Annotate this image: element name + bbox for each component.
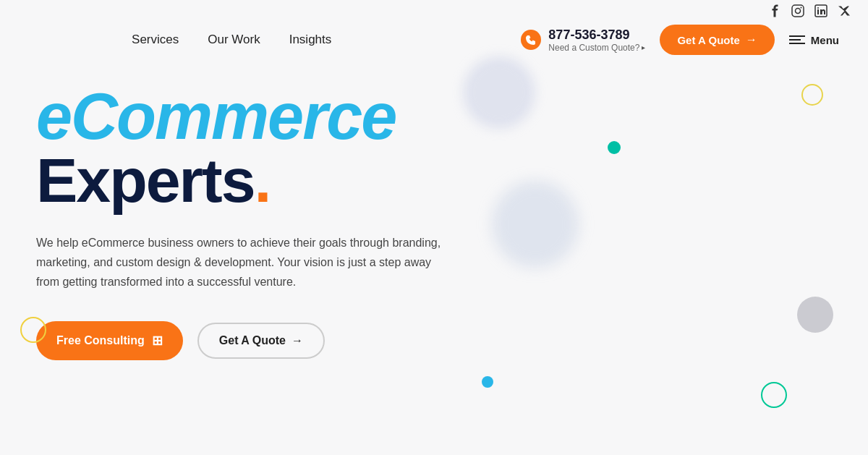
nav-links: Services Our Work Insights <box>0 33 521 47</box>
title-dot: . <box>255 145 271 215</box>
hero-buttons: Free Consulting ⊞ Get A Quote → <box>36 321 832 360</box>
top-bar <box>0 0 868 17</box>
get-quote-button[interactable]: Get A Quote → <box>660 25 774 55</box>
get-a-quote-outline-button[interactable]: Get A Quote → <box>197 323 325 359</box>
deco-blue-dot <box>482 376 493 388</box>
consulting-icon: ⊞ <box>152 333 163 349</box>
hero-section: eCommerce Experts. We help eCommerce bus… <box>0 62 868 360</box>
nav-services[interactable]: Services <box>132 33 179 47</box>
outline-arrow-icon: → <box>292 334 303 347</box>
phone-icon <box>521 30 541 50</box>
svg-point-1 <box>796 9 801 14</box>
arrow-icon: → <box>746 33 757 46</box>
get-quote-label: Get A Quote <box>677 34 739 46</box>
linkedin-icon[interactable] <box>814 4 827 17</box>
menu-button[interactable]: Menu <box>789 34 839 46</box>
facebook-icon[interactable] <box>768 4 781 17</box>
hero-title-dark: Experts. <box>36 149 832 211</box>
phone-info: 877-536-3789 Need a Custom Quote? <box>548 27 645 53</box>
hero-title-blue: eCommerce <box>36 84 832 149</box>
svg-rect-0 <box>792 5 804 17</box>
phone-section: 877-536-3789 Need a Custom Quote? <box>521 27 645 53</box>
twitter-x-icon[interactable] <box>838 4 851 17</box>
hero-description: We help eCommerce business owners to ach… <box>36 233 441 292</box>
svg-point-2 <box>801 7 802 9</box>
nav-insights[interactable]: Insights <box>289 33 332 47</box>
free-consulting-button[interactable]: Free Consulting ⊞ <box>36 321 183 360</box>
instagram-icon[interactable] <box>791 4 804 17</box>
get-a-quote-outline-label: Get A Quote <box>219 334 286 347</box>
nav-our-work[interactable]: Our Work <box>208 33 260 47</box>
menu-label: Menu <box>811 34 839 46</box>
phone-number[interactable]: 877-536-3789 <box>548 27 645 43</box>
deco-green-outline-circle <box>761 382 787 408</box>
nav-right: 877-536-3789 Need a Custom Quote? Get A … <box>521 25 839 55</box>
free-consulting-label: Free Consulting <box>56 334 145 347</box>
phone-sub: Need a Custom Quote? <box>548 43 645 53</box>
hamburger-icon <box>789 35 805 44</box>
hero-title-dark-text: Experts <box>36 145 255 215</box>
navbar: Services Our Work Insights 877-536-3789 … <box>0 17 868 62</box>
